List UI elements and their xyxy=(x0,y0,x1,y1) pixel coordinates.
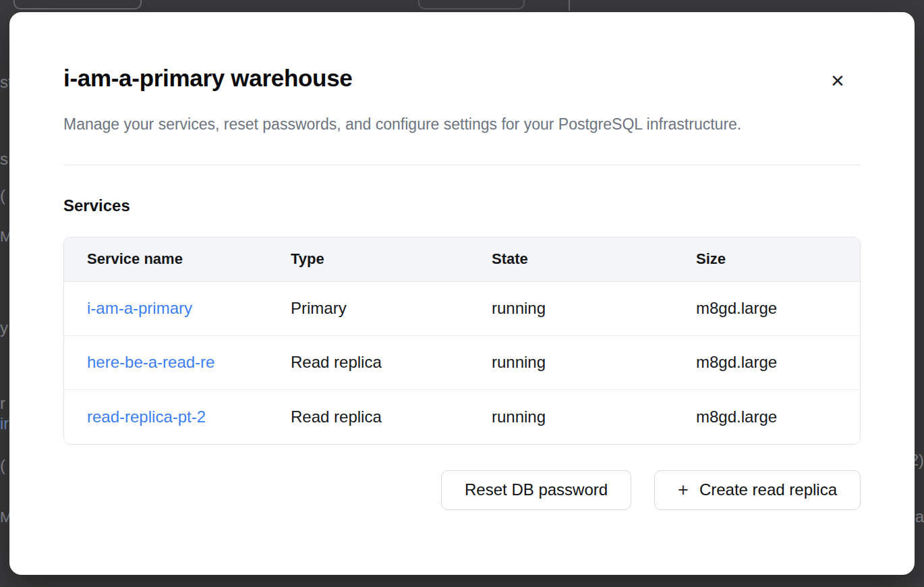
table-row: read-replica-pt-2 Read replica running m… xyxy=(64,390,860,444)
column-header-state: State xyxy=(492,250,696,268)
dialog-actions: Reset DB password + Create read replica xyxy=(63,470,861,510)
warehouse-dialog: i-am-a-primary warehouse ✕ Manage your s… xyxy=(9,12,915,575)
service-size-cell: m8gd.large xyxy=(696,353,860,372)
backdrop-text-fragment: r xyxy=(0,394,5,413)
table-row: i-am-a-primary Primary running m8gd.larg… xyxy=(64,282,860,336)
service-type-cell: Read replica xyxy=(291,353,492,372)
backdrop-text-fragment: s xyxy=(0,150,8,169)
table-row: here-be-a-read-re Read replica running m… xyxy=(64,336,860,390)
service-name-cell: here-be-a-read-re xyxy=(87,353,291,372)
table-header-row: Service name Type State Size xyxy=(64,237,860,282)
backdrop-text-fragment: y xyxy=(0,318,8,337)
service-name-cell: i-am-a-primary xyxy=(87,299,291,318)
service-state-cell: running xyxy=(492,408,696,426)
column-header-type: Type xyxy=(291,250,492,268)
service-name-cell: read-replica-pt-2 xyxy=(87,408,291,426)
close-icon[interactable]: ✕ xyxy=(826,69,850,93)
backdrop-button-fragment xyxy=(13,0,142,9)
services-heading: Services xyxy=(63,196,861,215)
service-link[interactable]: here-be-a-read-re xyxy=(87,353,214,371)
service-type-cell: Primary xyxy=(291,299,492,318)
create-read-replica-button[interactable]: + Create read replica xyxy=(654,470,861,510)
service-link[interactable]: read-replica-pt-2 xyxy=(87,408,206,426)
column-header-service-name: Service name xyxy=(87,250,291,268)
dialog-title: i-am-a-primary warehouse xyxy=(63,65,861,92)
service-state-cell: running xyxy=(492,299,696,318)
reset-db-password-label: Reset DB password xyxy=(465,480,608,499)
service-size-cell: m8gd.large xyxy=(696,408,860,426)
reset-db-password-button[interactable]: Reset DB password xyxy=(441,470,631,510)
dialog-description: Manage your services, reset passwords, a… xyxy=(63,111,832,139)
plus-icon: + xyxy=(678,481,689,499)
services-table: Service name Type State Size i-am-a-prim… xyxy=(63,237,861,445)
screen: st s ( M, y r ir ( M, 2) ra i-am-a-prima… xyxy=(0,0,924,587)
divider xyxy=(63,165,861,165)
backdrop-divider-fragment xyxy=(569,0,570,11)
backdrop-link-fragment: ir xyxy=(0,414,9,433)
service-size-cell: m8gd.large xyxy=(696,299,860,318)
backdrop-button-fragment xyxy=(418,0,525,9)
service-type-cell: Read replica xyxy=(291,408,492,426)
column-header-size: Size xyxy=(696,250,860,268)
backdrop-text-fragment: ( xyxy=(0,186,5,205)
create-read-replica-label: Create read replica xyxy=(699,480,837,499)
service-state-cell: running xyxy=(492,353,696,372)
backdrop-text-fragment: ( xyxy=(0,456,5,475)
service-link[interactable]: i-am-a-primary xyxy=(87,299,192,317)
